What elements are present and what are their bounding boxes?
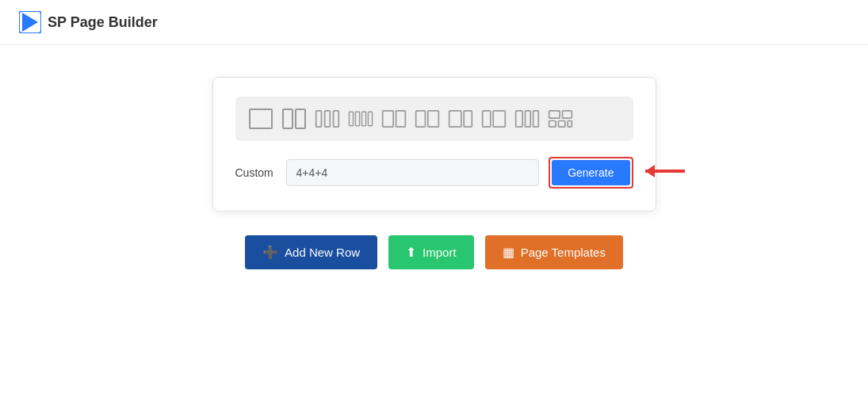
layout-grid-row [235,97,633,141]
svg-rect-11 [361,112,365,125]
layout-icon-1-3col[interactable] [448,108,473,130]
upload-icon: ⬆ [406,245,416,260]
grid-icon: ▦ [503,245,514,260]
layout-icon-mixed[interactable] [548,108,573,130]
layout-icon-1-2col[interactable] [381,108,407,130]
popup-card: Custom Generate [212,77,656,212]
svg-rect-16 [427,111,438,127]
add-new-row-button[interactable]: ➕ Add New Row [245,235,377,269]
svg-rect-13 [382,111,392,127]
arrow-indicator [637,157,689,189]
svg-rect-18 [464,111,472,127]
svg-rect-6 [315,111,321,127]
svg-rect-12 [368,112,372,125]
generate-btn-wrapper: Generate [549,157,633,189]
svg-rect-9 [349,112,353,125]
svg-rect-19 [482,111,490,127]
svg-rect-23 [533,111,538,127]
svg-rect-20 [493,111,505,127]
svg-rect-25 [562,111,572,118]
svg-rect-21 [515,111,522,127]
import-button[interactable]: ⬆ Import [388,235,474,269]
bottom-buttons: ➕ Add New Row ⬆ Import ▦ Page Templates [245,235,623,269]
layout-icon-3col[interactable] [315,108,340,130]
svg-rect-17 [449,111,461,127]
generate-button[interactable]: Generate [552,160,629,185]
svg-rect-22 [525,111,530,127]
svg-rect-3 [250,109,272,128]
svg-rect-27 [558,121,564,128]
custom-row: Custom Generate [235,157,633,189]
layout-icon-2col[interactable] [281,108,307,130]
svg-marker-30 [645,165,655,177]
svg-rect-28 [568,121,572,128]
layout-icon-1col[interactable] [248,108,273,130]
logo-icon [19,11,41,33]
svg-rect-24 [549,111,559,118]
svg-rect-8 [333,111,338,127]
svg-rect-4 [283,109,293,128]
logo-text: SP Page Builder [48,14,158,31]
layout-icon-3-1col[interactable] [481,108,507,130]
custom-label: Custom [235,166,277,179]
page-templates-button[interactable]: ▦ Page Templates [485,235,623,269]
layout-icon-2-1col[interactable] [415,108,440,130]
svg-rect-15 [415,111,425,127]
svg-rect-10 [355,112,359,125]
svg-rect-7 [324,111,330,127]
plus-circle-icon: ➕ [262,245,278,260]
main-content: Custom Generate ➕ Add New Row [0,45,868,269]
custom-input[interactable] [286,159,540,186]
svg-rect-14 [396,111,405,127]
layout-icon-4col[interactable] [348,108,373,130]
header: SP Page Builder [0,0,868,45]
svg-rect-5 [296,109,305,128]
layout-icon-2-1-2col[interactable] [514,108,540,130]
logo: SP Page Builder [19,11,158,33]
svg-rect-26 [549,121,555,128]
